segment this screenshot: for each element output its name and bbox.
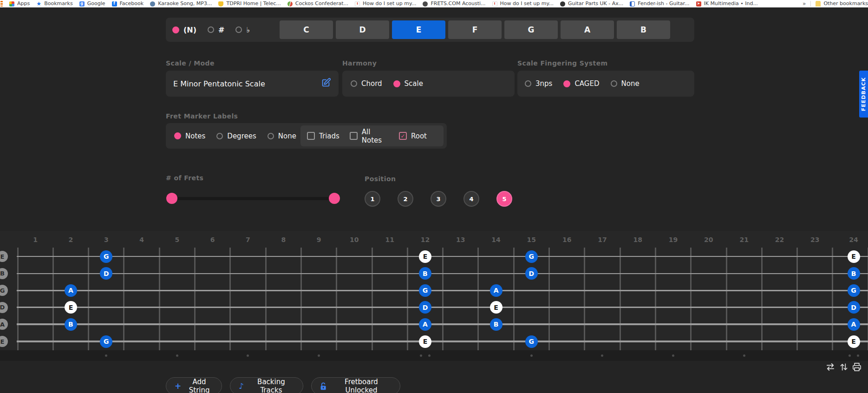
bookmark-label: Facebook [120,0,144,7]
bookmark-ik-multimedia-ind[interactable]: ➤IK Multimedia • Ind... [696,0,758,7]
radio-unselected-icon [611,80,617,87]
other-bookmarks-button[interactable]: Other bookmarks [816,0,868,7]
fret-marker-option-degrees[interactable]: Degrees [216,132,256,140]
note-button-d[interactable]: D [336,20,389,39]
fretboard-unlocked-button[interactable]: Fretboard Unlocked [311,377,400,393]
fret-marker-option-none[interactable]: None [268,132,296,140]
position-button-4[interactable]: 4 [463,191,479,207]
fret-wire [336,248,337,350]
position-button-2[interactable]: 2 [398,191,413,207]
note-dot-g-fret-15[interactable]: G [525,335,538,348]
note-button-e[interactable]: E [392,20,445,39]
note-dot-e-fret-24[interactable]: E [848,250,860,263]
harmony-option-chord[interactable]: Chord [351,79,382,88]
scale-mode-input[interactable]: E Minor Pentatonic Scale [166,71,339,97]
note-dot-a-fret-2[interactable]: A [65,284,77,297]
print-icon[interactable] [852,363,861,371]
bookmark-cockos-confederat[interactable]: Cockos Confederat... [287,0,348,7]
fret-wire [300,248,302,350]
note-dot-b-fret-12[interactable]: B [419,267,431,280]
fret-number-10: 10 [345,236,364,243]
bookmark-tdpri-home-telec[interactable]: TDPRI Home | Telec... [218,0,281,7]
position-button-3[interactable]: 3 [431,191,446,207]
fret-wire [761,248,763,350]
backing-tracks-label: Backing Tracks [248,378,294,393]
position-button-1[interactable]: 1 [365,191,380,207]
bookmark-frets-com-acousti[interactable]: FRETS.COM Acousti... [423,0,485,7]
note-dot-d-fret-24[interactable]: D [848,301,860,314]
fret-number-16: 16 [558,236,576,243]
bookmark-how-do-i-set-up-my[interactable]: ıHow do I set up my... [492,0,554,7]
frets-slider-handle-max[interactable] [329,193,340,204]
edit-icon[interactable] [321,78,331,90]
bookmark-how-do-i-set-up-my[interactable]: ıHow do I set up my... [355,0,416,7]
note-dot-e-fret-24[interactable]: E [848,335,860,348]
backing-tracks-button[interactable]: ♪ Backing Tracks [230,377,303,393]
note-button-g[interactable]: G [504,20,558,39]
fingering-option-none[interactable]: None [611,79,640,88]
note-button-a[interactable]: A [561,20,614,39]
string-2-line [17,273,868,274]
swap-horizontal-icon[interactable] [825,363,835,371]
bookmark-apps[interactable]: Apps [9,0,30,7]
fret-number-6: 6 [203,236,222,243]
frets-slider-track[interactable] [172,197,334,200]
unlock-icon [320,382,327,390]
checkbox-triads[interactable]: Triads [307,132,339,140]
accidental-option-[interactable]: # [208,26,224,34]
harmony-option-scale[interactable]: Scale [393,79,423,88]
note-button-c[interactable]: C [280,20,333,39]
bookmarks-overflow-chevron[interactable]: » [798,0,810,7]
note-dot-a-fret-24[interactable]: A [848,318,860,331]
checkbox-root[interactable]: ✓Root [399,132,427,140]
fingering-option-3nps[interactable]: 3nps [525,79,552,88]
radio-unselected-icon [525,80,531,87]
bookmark-fender-ish-guitar[interactable]: Fender-ish - Guitar... [630,0,689,7]
note-dot-g-fret-3[interactable]: G [100,335,112,348]
note-dot-b-fret-2[interactable]: B [65,318,77,331]
reaper-icon [287,1,293,7]
fingering-option-caged[interactable]: CAGED [563,79,599,88]
note-dot-a-fret-12[interactable]: A [419,318,431,331]
bookmark-label: How do I set up my... [500,0,554,7]
frets-slider-handle-min[interactable] [166,193,177,204]
globe-icon [150,1,155,7]
note-dot-a-fret-14[interactable]: A [490,284,503,297]
fret-marker-option-notes[interactable]: Notes [174,132,205,140]
note-button-f[interactable]: F [448,20,502,39]
bookmark-facebook[interactable]: fFacebook [112,0,144,7]
facebook-icon: f [112,1,117,7]
bookmark-karaoke-song-mp3[interactable]: Karaoke Song, MP3... [150,0,212,7]
fret-wire [88,248,89,350]
fret-wire [548,248,550,350]
note-button-b[interactable]: B [617,20,670,39]
fret-marker-label: Degrees [227,132,256,140]
feedback-tab[interactable]: FEEDBACK [859,71,868,118]
note-dot-e-fret-12[interactable]: E [419,250,431,263]
note-dot-g-fret-15[interactable]: G [525,250,538,263]
checkbox-all-notes[interactable]: All Notes [350,128,389,144]
swap-vertical-icon[interactable] [840,362,848,372]
note-dot-e-fret-14[interactable]: E [490,301,503,314]
inlay-marker-fret-24 [848,354,851,357]
window-icon [630,1,635,7]
note-dot-g-fret-3[interactable]: G [100,250,112,263]
note-dot-b-fret-24[interactable]: B [848,267,860,280]
fret-wire [229,248,231,350]
add-string-button[interactable]: + Add String [166,377,222,393]
bookmark-google[interactable]: gGoogle [79,0,105,7]
accidental-option-[interactable]: ♭ [235,26,250,34]
note-dot-b-fret-14[interactable]: B [490,318,503,331]
note-dot-d-fret-15[interactable]: D [525,267,538,280]
note-dot-g-fret-24[interactable]: G [848,284,860,297]
string-3-line [17,290,868,291]
accidental-option-n[interactable]: (N) [172,26,196,34]
plus-icon: + [175,382,181,390]
harmony-label: Scale [405,79,423,88]
fret-number-4: 4 [132,236,151,243]
note-dot-e-fret-12[interactable]: E [419,335,431,348]
bookmark-bookmarks[interactable]: ★Bookmarks [36,0,72,7]
bookmark-guitar-parts-uk-ax[interactable]: Guitar Parts UK - Ax... [560,0,623,7]
note-dot-g-fret-12[interactable]: G [419,284,431,297]
position-button-5[interactable]: 5 [496,191,512,207]
